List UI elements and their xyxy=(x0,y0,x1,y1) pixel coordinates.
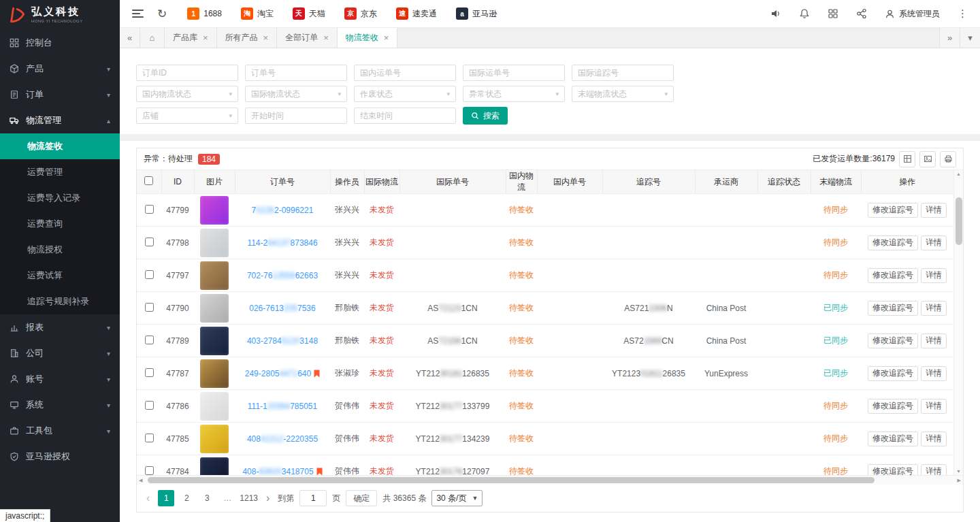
sidebar-item-amazon-auth[interactable]: 亚马逊授权 xyxy=(0,444,120,470)
scroll-down-arrow[interactable]: ▼ xyxy=(956,469,961,474)
order-number-link[interactable]: 403-278451203148 xyxy=(247,336,318,346)
intl-status-select[interactable]: 国际物流状态▾ xyxy=(245,86,347,102)
detail-button[interactable]: 详情 xyxy=(921,399,947,414)
sidebar-subitem[interactable]: 追踪号规则补录 xyxy=(0,289,120,314)
platform-link-alibaba-1688[interactable]: 11688 xyxy=(187,7,222,20)
sidebar-item-accounts[interactable]: 账号 ▾ xyxy=(0,366,120,392)
sidebar-subitem[interactable]: 运费管理 xyxy=(0,159,120,185)
horizontal-scrollbar-thumb[interactable] xyxy=(148,477,875,483)
modify-tracking-button[interactable]: 修改追踪号 xyxy=(868,399,918,414)
scroll-left-arrow[interactable]: ◀ xyxy=(139,478,142,483)
sidebar-item-products[interactable]: 产品 ▾ xyxy=(0,56,120,82)
column-settings-button[interactable] xyxy=(899,151,915,167)
sidebar-subitem[interactable]: 运费导入记录 xyxy=(0,185,120,211)
sidebar-subitem[interactable]: 物流授权 xyxy=(0,237,120,263)
modify-tracking-button[interactable]: 修改追踪号 xyxy=(868,431,918,446)
platform-link-taobao[interactable]: 淘淘宝 xyxy=(241,7,274,20)
app-logo[interactable]: 弘义科技 HONG YI TECHNOLOGY xyxy=(0,0,120,30)
next-page-button[interactable]: › xyxy=(263,492,272,504)
row-checkbox[interactable] xyxy=(145,270,154,279)
platform-link-aliexpress[interactable]: 速速卖通 xyxy=(396,7,437,20)
workbench-grid-icon[interactable] xyxy=(828,8,838,19)
order-number-link[interactable]: 702-761355862663 xyxy=(247,271,318,280)
sidebar-subitem[interactable]: 物流签收 xyxy=(0,133,120,159)
goto-page-input[interactable] xyxy=(299,490,327,506)
order-number-link[interactable]: 111-120394785051 xyxy=(248,402,317,411)
tab-close-icon[interactable]: × xyxy=(323,33,329,43)
exception-status-select[interactable]: 异常状态▾ xyxy=(463,86,565,102)
product-thumbnail[interactable] xyxy=(200,327,229,355)
order-number-link[interactable]: 026-76132057536 xyxy=(249,304,315,313)
modify-tracking-button[interactable]: 修改追踪号 xyxy=(868,235,918,250)
modify-tracking-button[interactable]: 修改追踪号 xyxy=(868,333,918,348)
void-status-select[interactable]: 作废状态▾ xyxy=(354,86,456,102)
modify-tracking-button[interactable]: 修改追踪号 xyxy=(868,203,918,218)
order-number-link[interactable]: 702262-0996221 xyxy=(252,206,314,215)
refresh-icon[interactable]: ↻ xyxy=(157,8,167,20)
sidebar-item-system[interactable]: 系统 ▾ xyxy=(0,392,120,418)
modify-tracking-button[interactable]: 修改追踪号 xyxy=(868,464,918,476)
user-menu[interactable]: 系统管理员 xyxy=(885,8,940,20)
platform-link-jd[interactable]: 京京东 xyxy=(344,7,377,20)
sidebar-item-reports[interactable]: 报表 ▾ xyxy=(0,314,120,340)
modify-tracking-button[interactable]: 修改追踪号 xyxy=(868,301,918,316)
sidebar-item-orders[interactable]: 订单 ▾ xyxy=(0,82,120,108)
home-tab[interactable]: ⌂ xyxy=(140,28,165,48)
row-checkbox[interactable] xyxy=(145,205,154,214)
sidebar-item-dashboard[interactable]: 控制台 xyxy=(0,30,120,56)
page-button[interactable]: 1 xyxy=(158,490,174,506)
order-no-input[interactable] xyxy=(245,65,347,81)
exception-count-badge[interactable]: 184 xyxy=(198,154,220,165)
page-button[interactable]: 1213 xyxy=(240,490,258,506)
scroll-right-arrow[interactable]: ▶ xyxy=(958,478,961,483)
tabs-scroll-right-button[interactable]: » xyxy=(939,28,960,48)
page-button[interactable]: 3 xyxy=(199,490,215,506)
sidebar-item-toolkit[interactable]: 工具包 ▾ xyxy=(0,418,120,444)
modify-tracking-button[interactable]: 修改追踪号 xyxy=(868,268,918,283)
product-thumbnail[interactable] xyxy=(200,294,229,323)
product-thumbnail[interactable] xyxy=(200,425,229,453)
intl-waybill-input[interactable] xyxy=(463,65,565,81)
detail-button[interactable]: 详情 xyxy=(921,235,947,250)
notification-bell-icon[interactable] xyxy=(799,8,810,19)
row-checkbox[interactable] xyxy=(145,303,154,312)
modify-tracking-button[interactable]: 修改追踪号 xyxy=(868,366,918,381)
row-checkbox[interactable] xyxy=(145,336,154,344)
detail-button[interactable]: 详情 xyxy=(921,333,947,348)
row-checkbox[interactable] xyxy=(145,238,154,246)
product-thumbnail[interactable] xyxy=(200,229,229,257)
horizontal-scrollbar[interactable]: ◀ ▶ xyxy=(137,475,963,485)
tab-item[interactable]: 物流签收× xyxy=(338,28,398,48)
row-checkbox[interactable] xyxy=(145,401,154,410)
row-checkbox[interactable] xyxy=(145,368,154,377)
order-number-link[interactable]: 249-28054471640 xyxy=(245,369,311,378)
tab-close-icon[interactable]: × xyxy=(384,33,389,43)
intl-tracking-input[interactable] xyxy=(572,65,674,81)
detail-button[interactable]: 详情 xyxy=(921,464,947,476)
more-menu-icon[interactable]: ⋮ xyxy=(958,7,968,20)
tab-item[interactable]: 产品库× xyxy=(165,28,217,48)
platform-link-tmall[interactable]: 天天猫 xyxy=(293,7,325,20)
sidebar-subitem[interactable]: 运费试算 xyxy=(0,263,120,289)
export-image-button[interactable] xyxy=(919,151,936,167)
domestic-status-select[interactable]: 国内物流状态▾ xyxy=(136,86,238,102)
order-number-link[interactable]: 40841312-2220355 xyxy=(247,434,318,444)
detail-button[interactable]: 详情 xyxy=(921,268,947,283)
per-page-select[interactable]: 30 条/页 ▼ xyxy=(431,490,483,506)
tab-close-icon[interactable]: × xyxy=(203,33,208,43)
detail-button[interactable]: 详情 xyxy=(921,301,947,316)
prev-page-button[interactable]: ‹ xyxy=(144,492,152,504)
sidebar-item-company[interactable]: 公司 ▾ xyxy=(0,340,120,366)
order-number-link[interactable]: 408-839203418705 xyxy=(242,467,313,476)
order-number-link[interactable]: 114-264137873846 xyxy=(247,238,317,248)
platform-link-amazon[interactable]: a亚马逊 xyxy=(456,7,497,20)
select-all-checkbox[interactable] xyxy=(144,176,153,185)
tabs-menu-button[interactable]: ▾ xyxy=(960,28,980,48)
search-button[interactable]: 搜索 xyxy=(463,107,508,125)
product-thumbnail[interactable] xyxy=(200,359,229,388)
vertical-scrollbar[interactable]: ▲ ▼ xyxy=(953,170,963,475)
print-button[interactable] xyxy=(940,151,956,167)
shop-select[interactable]: 店铺▾ xyxy=(136,108,238,124)
detail-button[interactable]: 详情 xyxy=(921,203,947,218)
sidebar-subitem[interactable]: 运费查询 xyxy=(0,211,120,237)
